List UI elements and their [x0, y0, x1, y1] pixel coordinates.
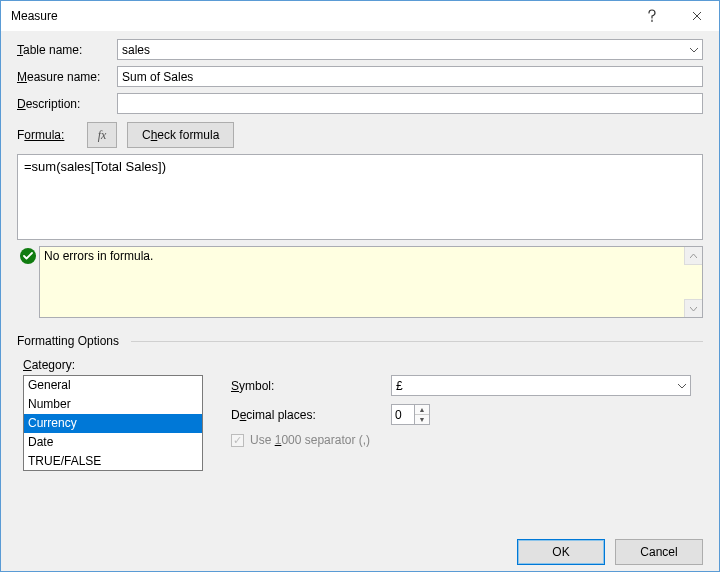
description-input[interactable] [117, 93, 703, 114]
table-name-combo-wrap [117, 39, 703, 60]
separator-label: Use 1000 separator (,) [250, 433, 370, 447]
formula-label: Formula: [17, 128, 87, 142]
list-item[interactable]: General [24, 376, 202, 395]
fx-button[interactable]: fx [87, 122, 117, 148]
status-message-box: No errors in formula. [39, 246, 703, 318]
dialog-footer: OK Cancel [17, 539, 703, 565]
spin-up-button[interactable]: ▲ [415, 405, 429, 415]
formatting-area: Category: General Number Currency Date T… [17, 358, 703, 471]
spinner-buttons: ▲ ▼ [415, 404, 430, 425]
formatting-title: Formatting Options [17, 334, 131, 348]
help-button[interactable] [629, 1, 674, 31]
symbol-combo-wrap [391, 375, 691, 396]
table-name-label: Table name: [17, 43, 117, 57]
measure-name-row: Measure name: [17, 66, 703, 87]
table-name-row: Table name: [17, 39, 703, 60]
category-label: Category: [23, 358, 203, 372]
symbol-row: Symbol: [231, 375, 703, 396]
spin-down-button[interactable]: ▼ [415, 415, 429, 424]
decimal-input[interactable] [391, 404, 415, 425]
dialog-content: Table name: Measure name: Description: F… [1, 31, 719, 571]
scroll-up-button[interactable] [684, 247, 702, 265]
separator-checkbox: ✓ [231, 434, 244, 447]
formula-toolbar: Formula: fx Check formula [17, 122, 703, 148]
table-name-combo[interactable] [117, 39, 703, 60]
close-icon [692, 11, 702, 21]
description-row: Description: [17, 93, 703, 114]
list-item[interactable]: TRUE/FALSE [24, 452, 202, 471]
separator-row: ✓ Use 1000 separator (,) [231, 433, 703, 447]
cancel-button[interactable]: Cancel [615, 539, 703, 565]
check-formula-button[interactable]: Check formula [127, 122, 234, 148]
ok-button[interactable]: OK [517, 539, 605, 565]
formatting-header: Formatting Options [17, 334, 703, 348]
section-divider [131, 341, 703, 342]
measure-dialog: Measure Table name: Measure name: [0, 0, 720, 572]
status-message: No errors in formula. [44, 249, 153, 263]
titlebar: Measure [1, 1, 719, 31]
check-icon: ✓ [233, 435, 242, 446]
list-item[interactable]: Number [24, 395, 202, 414]
chevron-up-icon [690, 254, 697, 258]
list-item[interactable]: Currency [24, 414, 202, 433]
category-listbox[interactable]: General Number Currency Date TRUE/FALSE [23, 375, 203, 471]
measure-name-label: Measure name: [17, 70, 117, 84]
list-item[interactable]: Date [24, 433, 202, 452]
status-icon-wrap [17, 246, 39, 318]
window-title: Measure [11, 9, 629, 23]
formula-editor[interactable]: =sum(sales[Total Sales]) [17, 154, 703, 240]
chevron-down-icon [690, 307, 697, 311]
symbol-combo[interactable] [391, 375, 691, 396]
help-icon [647, 9, 657, 23]
description-label: Description: [17, 97, 117, 111]
formula-text: =sum(sales[Total Sales]) [24, 159, 166, 174]
decimal-label: Decimal places: [231, 408, 391, 422]
symbol-label: Symbol: [231, 379, 391, 393]
close-button[interactable] [674, 1, 719, 31]
measure-name-input[interactable] [117, 66, 703, 87]
options-column: Symbol: Decimal places: ▲ ▼ [231, 358, 703, 471]
category-column: Category: General Number Currency Date T… [23, 358, 203, 471]
decimal-spinner: ▲ ▼ [391, 404, 430, 425]
decimal-row: Decimal places: ▲ ▼ [231, 404, 703, 425]
status-row: No errors in formula. [17, 246, 703, 318]
fx-icon: fx [98, 128, 107, 143]
success-icon [20, 248, 36, 264]
scroll-down-button[interactable] [684, 299, 702, 317]
